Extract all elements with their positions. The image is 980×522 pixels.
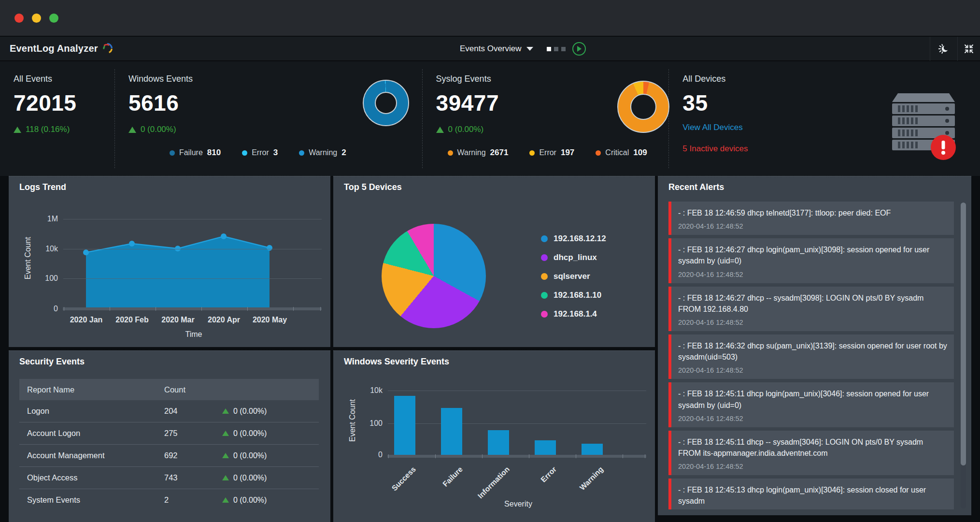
stat-value: 72015 bbox=[14, 90, 114, 116]
alert-item[interactable]: - : FEB 18 12:46:27 dhcp login(pam_unix)… bbox=[668, 238, 954, 283]
top-devices-legend: 192.168.12.12dhcp_linuxsqlserver192.168.… bbox=[541, 233, 606, 328]
panel-title: Windows Severity Events bbox=[344, 357, 449, 367]
severity-bar[interactable] bbox=[394, 396, 415, 455]
gridline bbox=[388, 423, 646, 424]
app-title: EventLog Analyzer bbox=[10, 43, 98, 54]
device-legend-item[interactable]: dhcp_linux bbox=[541, 252, 606, 263]
header-actions bbox=[930, 37, 980, 61]
y-axis-label: Event Count bbox=[24, 210, 32, 306]
delta-cell: 0 (0.00%) bbox=[222, 474, 267, 482]
legend-label: 192.168.1.4 bbox=[554, 309, 597, 319]
x-axis-label: Time bbox=[64, 330, 323, 339]
alerts-scrollbar[interactable] bbox=[961, 203, 966, 508]
stat-delta: 0 (0.00%) bbox=[128, 125, 422, 134]
alert-item[interactable]: - : FEB 18 12:46:27 dhcp -- sysadm[3098]… bbox=[668, 287, 954, 331]
top-devices-pie-chart[interactable] bbox=[382, 224, 486, 328]
security-events-table: Report Name Count Logon2040 (0.00%)Accou… bbox=[19, 379, 319, 511]
table-row[interactable]: Account Management6920 (0.00%) bbox=[19, 445, 319, 467]
severity-bar[interactable] bbox=[488, 430, 509, 455]
device-legend-item[interactable]: 192.168.1.4 bbox=[541, 309, 606, 319]
y-tick-label: 0 bbox=[23, 304, 58, 313]
trend-up-icon bbox=[128, 127, 136, 133]
panel-title: Top 5 Devices bbox=[344, 182, 402, 192]
device-legend-item[interactable]: sqlserver bbox=[541, 271, 606, 282]
app-logo: EventLog Analyzer bbox=[0, 42, 114, 56]
alert-message: - : FEB 18 12:45:11 dhcp login(pam_unix)… bbox=[678, 388, 947, 410]
legend-value: 109 bbox=[633, 148, 647, 158]
x-axis-line bbox=[63, 307, 322, 310]
windows-events-donut-chart[interactable] bbox=[363, 80, 409, 126]
alert-timestamp: 2020-04-16 12:48:52 bbox=[678, 222, 947, 230]
count-cell: 2 bbox=[164, 495, 222, 505]
alert-item[interactable]: - : FEB 18 12:46:32 dhcp su(pam_unix)[31… bbox=[668, 334, 954, 379]
delta-value: 0 (0.00%) bbox=[233, 496, 267, 505]
alert-badge-icon bbox=[931, 135, 956, 160]
window-minimize-button[interactable] bbox=[32, 14, 41, 23]
stat-all-events: All Events 72015 118 (0.16%) bbox=[0, 61, 114, 176]
legend-label: 192.168.12.12 bbox=[554, 234, 606, 244]
top-devices-panel: Top 5 Devices 192.168.12.12dhcp_linuxsql… bbox=[333, 176, 655, 347]
x-tick-label: 2020 Mar bbox=[155, 316, 201, 324]
table-row[interactable]: Object Access7430 (0.00%) bbox=[19, 467, 319, 489]
report-name-cell: Logon bbox=[19, 406, 164, 416]
alerts-list: - : FEB 18 12:46:59 dhcp telnetd[3177]: … bbox=[668, 202, 954, 509]
dashboard-selector[interactable]: Events Overview bbox=[460, 44, 533, 54]
device-legend-item[interactable]: 192.168.12.12 bbox=[541, 233, 606, 244]
delta-value: 0 (0.00%) bbox=[233, 451, 267, 460]
device-legend-item[interactable]: 192.168.1.10 bbox=[541, 290, 606, 301]
scrollbar-thumb[interactable] bbox=[961, 203, 966, 465]
column-header-count: Count bbox=[164, 385, 222, 394]
axis-tick bbox=[201, 307, 202, 311]
delta-cell: 0 (0.00%) bbox=[222, 429, 267, 438]
manageengine-swirl-icon bbox=[100, 42, 114, 56]
axis-tick bbox=[623, 454, 623, 458]
logs-trend-panel: Logs Trend Event Count Time 1M10k1000202… bbox=[9, 176, 330, 347]
slideshow-play-button[interactable] bbox=[572, 42, 586, 56]
stat-syslog-events: Syslog Events 39477 0 (0.00%) Warning267… bbox=[423, 61, 669, 176]
delta-value: 0 (0.00%) bbox=[233, 429, 267, 438]
alert-timestamp: 2020-04-16 12:48:52 bbox=[678, 271, 947, 278]
collapse-view-button[interactable] bbox=[957, 37, 980, 61]
windows-legend-item: Warning2 bbox=[299, 148, 346, 158]
severity-bar[interactable] bbox=[582, 444, 603, 455]
alert-timestamp: 2020-04-16 12:48:52 bbox=[678, 415, 947, 422]
alert-item[interactable]: - : FEB 18 12:45:13 dhcp login(pam_unix)… bbox=[668, 478, 954, 509]
axis-tick bbox=[320, 307, 321, 311]
app-header: EventLog Analyzer Events Overview bbox=[0, 37, 980, 61]
alert-item[interactable]: - : FEB 18 12:45:11 dhcp -- sysadm[3046]… bbox=[668, 431, 954, 475]
pager-dot-active[interactable] bbox=[547, 47, 551, 51]
legend-label: Warning bbox=[309, 148, 337, 157]
syslog-events-donut-chart[interactable] bbox=[617, 81, 669, 133]
table-row[interactable]: Logon2040 (0.00%) bbox=[19, 400, 319, 422]
report-name-cell: Account Management bbox=[19, 451, 164, 460]
severity-bar[interactable] bbox=[441, 408, 462, 455]
pager-dot[interactable] bbox=[554, 47, 558, 51]
gridline bbox=[63, 249, 322, 249]
table-row[interactable]: System Events20 (0.00%) bbox=[19, 489, 319, 511]
axis-tick bbox=[156, 307, 156, 311]
legend-label: Error bbox=[539, 148, 556, 157]
panel-title: Security Events bbox=[19, 357, 85, 367]
dashboard-pager-dots[interactable] bbox=[547, 47, 566, 51]
delta-value: 0 (0.00%) bbox=[233, 474, 267, 482]
report-name-cell: System Events bbox=[19, 495, 164, 505]
alert-item[interactable]: - : FEB 18 12:46:59 dhcp telnetd[3177]: … bbox=[668, 202, 954, 235]
axis-tick bbox=[293, 307, 294, 311]
pager-dot[interactable] bbox=[561, 47, 566, 51]
alert-timestamp: 2020-04-16 12:48:52 bbox=[678, 366, 947, 374]
severity-bar[interactable] bbox=[535, 440, 556, 455]
trend-up-icon bbox=[222, 475, 229, 480]
panel-title: Recent Alerts bbox=[668, 182, 724, 192]
window-titlebar bbox=[0, 0, 980, 36]
axis-tick bbox=[110, 307, 110, 311]
table-row[interactable]: Account Logon2750 (0.00%) bbox=[19, 422, 319, 445]
theme-toggle-button[interactable] bbox=[930, 37, 957, 61]
report-name-cell: Object Access bbox=[19, 473, 164, 482]
security-events-panel: Security Events Report Name Count Logon2… bbox=[9, 350, 330, 522]
alert-message: - : FEB 18 12:46:27 dhcp -- sysadm[3098]… bbox=[678, 292, 947, 315]
legend-dot-icon bbox=[596, 150, 601, 156]
window-zoom-button[interactable] bbox=[49, 14, 58, 23]
window-close-button[interactable] bbox=[14, 14, 24, 23]
x-tick-label: 2020 Apr bbox=[201, 316, 247, 324]
alert-item[interactable]: - : FEB 18 12:45:11 dhcp login(pam_unix)… bbox=[668, 382, 954, 427]
